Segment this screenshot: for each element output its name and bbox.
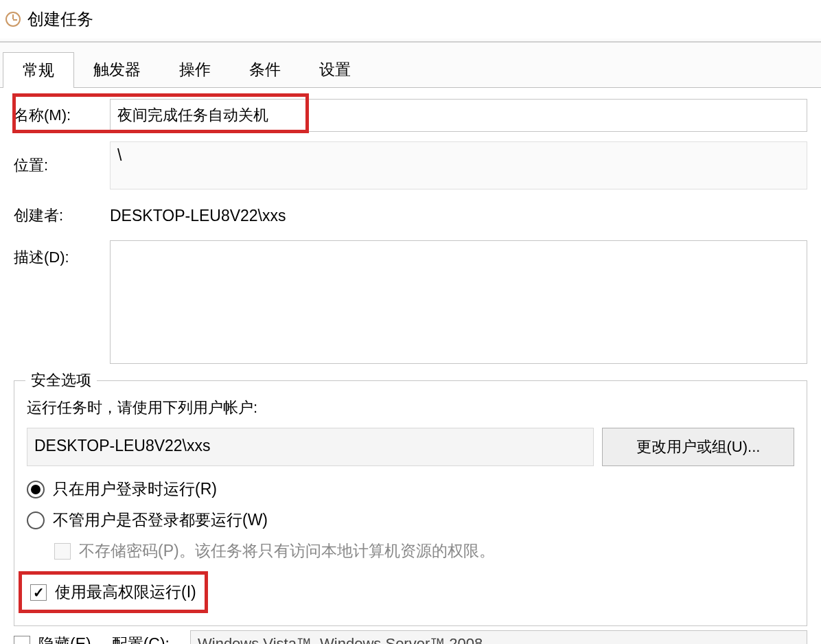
- tab-triggers[interactable]: 触发器: [74, 52, 160, 88]
- radio-label-any: 不管用户是否登录都要运行(W): [53, 509, 268, 531]
- location-row: 位置: \: [0, 141, 821, 189]
- name-row: 名称(M):: [0, 96, 821, 135]
- name-input[interactable]: [110, 99, 807, 132]
- description-label: 描述(D):: [14, 240, 110, 268]
- location-label: 位置:: [14, 155, 110, 176]
- bottom-row: 隐藏(E) 配置(C): Windows Vista™, Windows Ser…: [0, 626, 821, 644]
- divider: [0, 41, 821, 43]
- radio-run-logged-in[interactable]: 只在用户登录时运行(R): [27, 479, 794, 500]
- title-bar: 创建任务: [0, 0, 821, 38]
- creator-label: 创建者:: [14, 205, 110, 226]
- change-user-button[interactable]: 更改用户或组(U)...: [602, 428, 794, 466]
- config-select[interactable]: Windows Vista™, Windows Server™ 2008: [190, 630, 807, 644]
- radio-label-logged-in: 只在用户登录时运行(R): [53, 479, 217, 500]
- highlight-highest-privilege: 使用最高权限运行(I): [19, 571, 208, 613]
- checkbox-icon: [54, 543, 71, 560]
- config-select-value: Windows Vista™, Windows Server™ 2008: [198, 635, 483, 644]
- name-label: 名称(M):: [14, 105, 110, 126]
- tab-actions[interactable]: 操作: [160, 52, 230, 88]
- radio-icon: [27, 481, 45, 498]
- checkbox-label-hidden: 隐藏(E): [38, 634, 91, 645]
- tab-content-general: 名称(M): 位置: \ 创建者: DESKTOP-LEU8V22\xxs 描述…: [0, 87, 821, 644]
- checkbox-highest-privilege[interactable]: [30, 584, 47, 601]
- tab-conditions[interactable]: 条件: [230, 52, 300, 88]
- config-label: 配置(C):: [112, 634, 170, 645]
- window-title: 创建任务: [27, 8, 93, 30]
- tab-general[interactable]: 常规: [3, 52, 74, 88]
- description-input[interactable]: [110, 240, 807, 364]
- security-prompt: 运行任务时，请使用下列用户帐户:: [27, 398, 794, 418]
- description-row: 描述(D):: [0, 240, 821, 364]
- checkbox-label-highest: 使用最高权限运行(I): [55, 582, 196, 603]
- tab-strip: 常规 触发器 操作 条件 设置: [0, 52, 821, 88]
- clock-icon: [5, 12, 21, 27]
- checkbox-hidden[interactable]: 隐藏(E): [14, 634, 91, 645]
- checkbox-no-password: 不存储密码(P)。该任务将只有访问本地计算机资源的权限。: [54, 540, 794, 562]
- security-legend: 安全选项: [25, 370, 97, 391]
- creator-row: 创建者: DESKTOP-LEU8V22\xxs: [0, 196, 821, 235]
- radio-icon: [27, 511, 45, 529]
- account-row: DESKTOP-LEU8V22\xxs 更改用户或组(U)...: [27, 428, 794, 466]
- creator-value: DESKTOP-LEU8V22\xxs: [110, 207, 286, 225]
- location-value: \: [110, 141, 807, 189]
- checkbox-icon: [14, 636, 30, 644]
- checkbox-label-no-password: 不存储密码(P)。该任务将只有访问本地计算机资源的权限。: [79, 540, 495, 562]
- account-display: DESKTOP-LEU8V22\xxs: [27, 428, 594, 466]
- radio-run-any[interactable]: 不管用户是否登录都要运行(W): [27, 509, 794, 531]
- tab-settings[interactable]: 设置: [300, 52, 370, 88]
- security-options-group: 安全选项 运行任务时，请使用下列用户帐户: DESKTOP-LEU8V22\xx…: [14, 380, 807, 626]
